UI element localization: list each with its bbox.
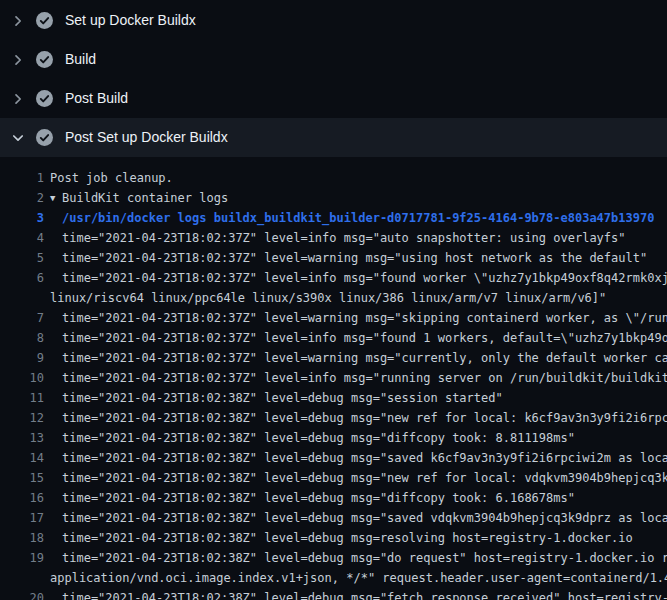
log-lines: 1Post job cleanup.2▼BuildKit container l… [0,157,667,600]
log-text: time="2021-04-23T18:02:38Z" level=debug … [62,431,575,445]
line-number[interactable]: 5 [0,248,44,268]
line-number[interactable]: 19 [0,548,44,568]
line-number[interactable]: 1 [0,168,44,188]
log-text: time="2021-04-23T18:02:38Z" level=debug … [62,451,667,465]
line-number[interactable]: 9 [0,348,44,368]
step-row[interactable]: Post Build [0,79,667,118]
log-row: 4time="2021-04-23T18:02:37Z" level=info … [0,228,667,248]
log-text: time="2021-04-23T18:02:38Z" level=debug … [62,551,667,565]
log-text: time="2021-04-23T18:02:38Z" level=debug … [62,471,667,485]
log-text: /usr/bin/docker logs buildx_buildkit_bui… [62,211,654,225]
log-row: 19time="2021-04-23T18:02:38Z" level=debu… [0,548,667,568]
log-row: 20time="2021-04-23T18:02:38Z" level=debu… [0,588,667,600]
log-row: 5time="2021-04-23T18:02:37Z" level=warni… [0,248,667,268]
line-number[interactable]: 7 [0,308,44,328]
log-text: time="2021-04-23T18:02:38Z" level=debug … [62,491,575,505]
check-circle-icon [36,129,53,146]
log-row: 15time="2021-04-23T18:02:38Z" level=debu… [0,468,667,488]
chevron-right-icon[interactable] [10,91,26,107]
log-row: 7time="2021-04-23T18:02:37Z" level=warni… [0,308,667,328]
log-text: time="2021-04-23T18:02:37Z" level=warnin… [62,351,667,365]
log-text: time="2021-04-23T18:02:37Z" level=info m… [62,331,667,345]
log-text: time="2021-04-23T18:02:38Z" level=debug … [62,411,667,425]
step-label: Post Build [65,79,128,118]
log-row: 17time="2021-04-23T18:02:38Z" level=debu… [0,508,667,528]
chevron-right-icon[interactable] [10,52,26,68]
log-text: time="2021-04-23T18:02:38Z" level=debug … [62,391,503,405]
line-number[interactable]: 12 [0,408,44,428]
chevron-right-icon[interactable] [10,13,26,29]
log-text: BuildKit container logs [62,191,228,205]
line-number[interactable]: 15 [0,468,44,488]
log-text: time="2021-04-23T18:02:37Z" level=warnin… [62,311,667,325]
line-number[interactable]: 8 [0,328,44,348]
log-row: 10time="2021-04-23T18:02:37Z" level=info… [0,368,667,388]
log-row: 6time="2021-04-23T18:02:37Z" level=info … [0,268,667,288]
step-row[interactable]: Set up Docker Buildx [0,1,667,40]
log-row: 11time="2021-04-23T18:02:38Z" level=debu… [0,388,667,408]
line-number[interactable]: 11 [0,388,44,408]
step-label: Set up Docker Buildx [65,1,196,40]
line-number[interactable]: 3 [0,208,44,228]
log-row: 12time="2021-04-23T18:02:38Z" level=debu… [0,408,667,428]
line-number [0,568,44,588]
log-group-row[interactable]: 2▼BuildKit container logs [0,188,667,208]
log-row: 1Post job cleanup. [0,168,667,188]
log-text: time="2021-04-23T18:02:37Z" level=info m… [62,371,667,385]
collapse-triangle-icon[interactable]: ▼ [50,188,62,208]
check-circle-icon [36,12,53,29]
log-text: time="2021-04-23T18:02:37Z" level=info m… [62,271,667,285]
log-text: linux/riscv64 linux/ppc64le linux/s390x … [50,291,606,305]
log-command-row: 3/usr/bin/docker logs buildx_buildkit_bu… [0,208,667,228]
log-text: application/vnd.oci.image.index.v1+json,… [50,571,667,585]
check-circle-icon [36,51,53,68]
line-number[interactable]: 17 [0,508,44,528]
chevron-down-icon[interactable] [10,130,26,146]
log-row: 9time="2021-04-23T18:02:37Z" level=warni… [0,348,667,368]
line-number[interactable]: 10 [0,368,44,388]
log-text: Post job cleanup. [50,171,173,185]
log-continuation-row: application/vnd.oci.image.index.v1+json,… [0,568,667,588]
step-row[interactable]: Post Set up Docker Buildx [0,118,667,157]
log-text: time="2021-04-23T18:02:38Z" level=debug … [62,511,667,525]
line-number[interactable]: 16 [0,488,44,508]
log-row: 16time="2021-04-23T18:02:38Z" level=debu… [0,488,667,508]
line-number[interactable]: 6 [0,268,44,288]
check-circle-icon [36,90,53,107]
log-text: time="2021-04-23T18:02:38Z" level=debug … [62,591,667,600]
log-row: 8time="2021-04-23T18:02:37Z" level=info … [0,328,667,348]
step-label: Build [65,40,96,79]
line-number[interactable]: 4 [0,228,44,248]
workflow-log-panel: Set up Docker BuildxBuildPost BuildPost … [0,0,667,600]
log-text: time="2021-04-23T18:02:38Z" level=debug … [62,531,633,545]
step-label: Post Set up Docker Buildx [65,118,228,157]
log-row: 13time="2021-04-23T18:02:38Z" level=debu… [0,428,667,448]
log-row: 18time="2021-04-23T18:02:38Z" level=debu… [0,528,667,548]
log-text: time="2021-04-23T18:02:37Z" level=warnin… [62,251,647,265]
line-number[interactable]: 13 [0,428,44,448]
log-continuation-row: linux/riscv64 linux/ppc64le linux/s390x … [0,288,667,308]
line-number[interactable]: 14 [0,448,44,468]
log-row: 14time="2021-04-23T18:02:38Z" level=debu… [0,448,667,468]
line-number[interactable]: 18 [0,528,44,548]
line-number[interactable]: 20 [0,588,44,600]
line-number[interactable]: 2 [0,188,44,208]
steps-list: Set up Docker BuildxBuildPost BuildPost … [0,0,667,157]
log-text: time="2021-04-23T18:02:37Z" level=info m… [62,231,626,245]
step-row[interactable]: Build [0,40,667,79]
line-number [0,288,44,308]
